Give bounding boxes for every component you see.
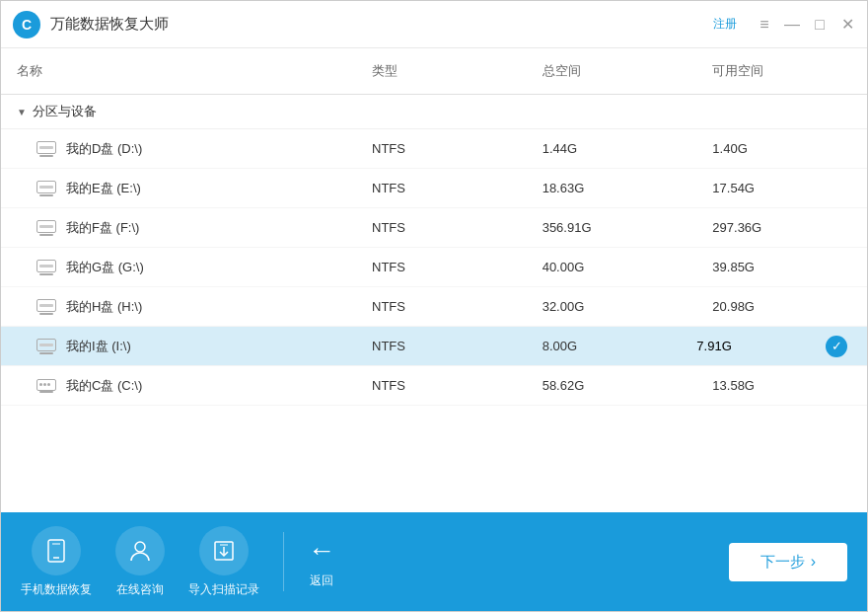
row-name-cell: 我的G盘 (G:\): [1, 251, 356, 284]
table-row[interactable]: 我的E盘 (E:\) NTFS 18.63G 17.54G: [1, 169, 867, 208]
row-free-cell: 1.40G: [696, 133, 867, 164]
section-label: 分区与设备: [33, 103, 97, 120]
partition-icon: [36, 220, 56, 236]
partition-icon: [36, 260, 56, 275]
online-consult-label: 在线咨询: [116, 581, 164, 598]
col-free: 可用空间: [696, 56, 867, 86]
row-free-cell: 13.58G: [696, 370, 867, 401]
maximize-button[interactable]: □: [812, 17, 828, 33]
phone-recovery-button[interactable]: 手机数据恢复: [21, 526, 92, 598]
table-row[interactable]: 我的D盘 (D:\) NTFS 1.44G 1.40G: [1, 129, 867, 169]
row-total-cell: 58.62G: [527, 370, 697, 401]
row-name-cell: 我的C盘 (C:\): [1, 369, 356, 403]
app-title: 万能数据恢复大师: [50, 15, 713, 34]
row-total-cell: 1.44G: [527, 133, 697, 164]
next-button[interactable]: 下一步 ›: [729, 543, 847, 581]
row-type-cell: NTFS: [356, 331, 527, 361]
row-free-cell: 17.54G: [696, 173, 867, 203]
person-icon: [115, 526, 165, 575]
col-total: 总空间: [527, 56, 697, 86]
row-total-cell: 40.00G: [527, 252, 697, 282]
partition-icon: [36, 141, 56, 157]
import-scan-button[interactable]: 导入扫描记录: [188, 526, 259, 598]
row-name-cell: 我的I盘 (I:\): [1, 330, 356, 363]
import-scan-label: 导入扫描记录: [188, 581, 259, 598]
back-button[interactable]: ← 返回: [308, 535, 335, 589]
row-type-cell: NTFS: [356, 370, 527, 401]
svg-point-3: [135, 542, 145, 552]
row-free-cell: 20.98G: [696, 291, 867, 322]
row-type-cell: NTFS: [356, 173, 527, 203]
app-window: C 万能数据恢复大师 注册 ≡ — □ ✕ 名称 类型 总空间: [0, 0, 868, 612]
main-content: 名称 类型 总空间 可用空间 ▼ 分区与设备 我的D盘 (D:\): [1, 48, 867, 512]
online-consult-button[interactable]: 在线咨询: [115, 526, 165, 598]
row-type-cell: NTFS: [356, 212, 527, 243]
table-row[interactable]: 我的H盘 (H:\) NTFS 32.00G 20.98G: [1, 287, 867, 327]
partition-icon: [36, 181, 56, 196]
back-arrow-icon: ←: [308, 535, 335, 567]
row-name-cell: 我的F盘 (F:\): [1, 211, 356, 245]
row-name-cell: 我的D盘 (D:\): [1, 132, 356, 166]
table-row[interactable]: 我的C盘 (C:\) NTFS 58.62G 13.58G: [1, 366, 867, 406]
toolbar-divider: [283, 532, 284, 591]
row-type-cell: NTFS: [356, 252, 527, 282]
section-arrow-icon: ▼: [17, 107, 27, 117]
row-free-cell: 39.85G: [696, 252, 867, 282]
col-name: 名称: [1, 56, 356, 86]
table-row[interactable]: 我的F盘 (F:\) NTFS 356.91G 297.36G: [1, 208, 867, 248]
row-total-cell: 8.00G: [527, 331, 697, 361]
window-controls: 注册 ≡ — □ ✕: [713, 16, 855, 33]
cdrive-icon: [36, 379, 56, 393]
row-free-cell: 297.36G: [696, 212, 867, 243]
row-total-cell: 32.00G: [527, 291, 697, 322]
table-row-selected[interactable]: 我的I盘 (I:\) NTFS 8.00G 7.91G ✓: [1, 327, 867, 366]
row-type-cell: NTFS: [356, 133, 527, 164]
row-total-cell: 356.91G: [527, 212, 697, 243]
row-name-cell: 我的E盘 (E:\): [1, 172, 356, 205]
row-type-cell: NTFS: [356, 291, 527, 322]
minimize-button[interactable]: —: [784, 17, 800, 33]
row-name-cell: 我的H盘 (H:\): [1, 290, 356, 324]
selected-check-icon: ✓: [826, 336, 847, 357]
register-link[interactable]: 注册: [713, 16, 737, 33]
partition-icon: [36, 299, 56, 315]
partition-icon: [36, 339, 56, 354]
bottom-toolbar: 手机数据恢复 在线咨询 导入扫描记录: [1, 512, 867, 611]
app-logo: C: [13, 11, 40, 38]
phone-recovery-label: 手机数据恢复: [21, 581, 92, 598]
row-free-cell: 7.91G ✓: [696, 336, 867, 357]
import-icon: [199, 526, 249, 575]
phone-icon: [32, 526, 81, 575]
section-header: ▼ 分区与设备: [1, 95, 867, 129]
table-container: 名称 类型 总空间 可用空间 ▼ 分区与设备 我的D盘 (D:\): [1, 48, 867, 512]
next-chevron-icon: ›: [811, 553, 816, 571]
titlebar: C 万能数据恢复大师 注册 ≡ — □ ✕: [1, 1, 867, 48]
menu-button[interactable]: ≡: [757, 17, 772, 33]
next-label: 下一步: [760, 553, 805, 572]
table-row[interactable]: 我的G盘 (G:\) NTFS 40.00G 39.85G: [1, 248, 867, 287]
table-header: 名称 类型 总空间 可用空间: [1, 48, 867, 95]
close-button[interactable]: ✕: [839, 17, 855, 33]
col-type: 类型: [356, 56, 527, 86]
back-label: 返回: [310, 573, 333, 589]
row-total-cell: 18.63G: [527, 173, 697, 203]
